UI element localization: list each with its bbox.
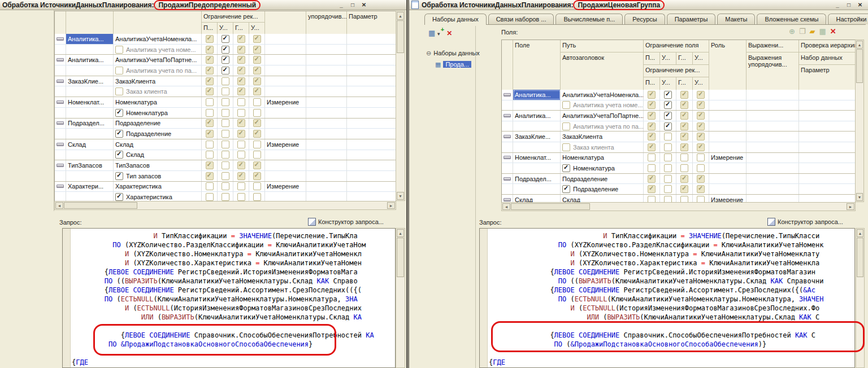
- check-cell[interactable]: [249, 119, 265, 129]
- tab-6[interactable]: Макеты: [717, 14, 755, 24]
- checkbox-unchecked[interactable]: [253, 109, 261, 117]
- check-cell[interactable]: [233, 108, 249, 118]
- checkbox-unchecked[interactable]: [680, 196, 688, 202]
- check-cell[interactable]: [249, 192, 265, 201]
- path-cell[interactable]: Номенклатура: [561, 153, 644, 163]
- check-cell[interactable]: [218, 192, 233, 201]
- field-cell[interactable]: Аналитика...: [66, 55, 114, 65]
- check-cell[interactable]: [233, 97, 249, 107]
- checkbox-checked-disabled[interactable]: [253, 87, 261, 95]
- checkbox-checked-disabled[interactable]: [206, 172, 214, 180]
- check-cell[interactable]: [693, 121, 709, 132]
- checkbox-unchecked[interactable]: [206, 193, 214, 201]
- path-cell[interactable]: ЗаказКлиента: [561, 132, 644, 142]
- checkbox-checked-disabled[interactable]: [237, 161, 245, 169]
- table-row[interactable]: СкладСкладИзмерение: [502, 195, 856, 202]
- add-folder-icon[interactable]: ▰: [810, 28, 815, 36]
- row-grip-icon[interactable]: [57, 80, 64, 83]
- row-grip-cell[interactable]: [502, 132, 513, 142]
- delete-field-icon[interactable]: ✕: [830, 28, 836, 36]
- right-query-editor[interactable]: И ТипКлассификации = ЗНАЧЕНИЕ(Перечислен…: [479, 228, 855, 368]
- checkbox-checked-disabled[interactable]: [253, 35, 261, 43]
- checkbox-checked[interactable]: [115, 109, 123, 117]
- checkbox-unchecked[interactable]: [253, 182, 261, 190]
- scroll-thumb[interactable]: [397, 20, 404, 53]
- check-cell[interactable]: [660, 184, 676, 194]
- autotitle-cell[interactable]: Номенклатура: [114, 108, 202, 118]
- checkbox-checked-disabled[interactable]: [206, 130, 214, 138]
- checkbox-unchecked[interactable]: [648, 196, 656, 202]
- row-grip-cell[interactable]: [55, 34, 66, 44]
- check-cell[interactable]: [233, 34, 249, 44]
- check-cell[interactable]: [644, 142, 660, 152]
- path-cell[interactable]: Подразделение: [561, 174, 644, 184]
- right-title-bar[interactable]: Обработка ИсточникиДанныхПланирования: П…: [409, 0, 868, 10]
- checkbox-unchecked[interactable]: [697, 164, 705, 172]
- row-grip-cell[interactable]: [502, 174, 513, 184]
- checkbox-unchecked[interactable]: [697, 154, 705, 161]
- check-cell[interactable]: [693, 100, 709, 111]
- row-grip-icon[interactable]: [57, 164, 64, 167]
- maximize-button[interactable]: □: [844, 1, 853, 8]
- table-row[interactable]: Аналитика...АналитикаУчетаПоПартне...: [55, 55, 396, 65]
- checkbox-unchecked[interactable]: [664, 175, 672, 183]
- checkbox-unchecked[interactable]: [664, 196, 672, 202]
- checkbox-checked-disabled[interactable]: [648, 143, 656, 151]
- check-cell[interactable]: [218, 86, 233, 97]
- checkbox-unchecked[interactable]: [253, 193, 261, 201]
- check-cell[interactable]: [249, 150, 265, 160]
- checkbox-unchecked[interactable]: [680, 164, 688, 172]
- checkbox-unchecked[interactable]: [237, 193, 245, 201]
- table-subrow[interactable]: Подразделение: [55, 129, 396, 139]
- checkbox-unchecked[interactable]: [115, 46, 123, 54]
- table-subrow[interactable]: Заказ клиента: [502, 142, 856, 153]
- copy-field-icon[interactable]: ❐: [799, 28, 806, 36]
- check-cell[interactable]: [218, 139, 233, 150]
- check-cell[interactable]: [693, 184, 709, 194]
- checkbox-unchecked[interactable]: [222, 141, 229, 148]
- scroll-down-icon[interactable]: ▼: [856, 193, 863, 201]
- checkbox-checked-disabled[interactable]: [697, 175, 705, 183]
- table-subrow[interactable]: Заказ клиента: [55, 86, 396, 97]
- autotitle-cell[interactable]: Тип запасов: [114, 171, 202, 181]
- checkbox-checked-disabled[interactable]: [253, 130, 261, 138]
- check-cell[interactable]: [249, 97, 265, 107]
- checkbox-checked-disabled[interactable]: [253, 46, 261, 54]
- tree-node-dataset-item[interactable]: ▦ Прода...: [435, 59, 480, 70]
- left-query-editor[interactable]: И ТипКлассификации = ЗНАЧЕНИЕ(Перечислен…: [62, 228, 396, 368]
- check-cell[interactable]: [202, 119, 218, 129]
- field-cell[interactable]: Характери...: [66, 182, 114, 192]
- row-grip-icon[interactable]: [57, 143, 64, 146]
- checkbox-checked-disabled[interactable]: [697, 91, 705, 99]
- checkbox-checked-disabled[interactable]: [253, 77, 261, 85]
- check-cell[interactable]: [249, 65, 265, 76]
- check-cell[interactable]: [233, 150, 249, 160]
- check-cell[interactable]: [218, 119, 233, 129]
- checkbox-unchecked[interactable]: [222, 77, 229, 85]
- check-cell[interactable]: [202, 192, 218, 201]
- check-cell[interactable]: [644, 184, 660, 194]
- checkbox-unchecked[interactable]: [115, 67, 123, 75]
- checkbox-checked-disabled[interactable]: [680, 122, 688, 130]
- row-grip-icon[interactable]: [504, 156, 511, 159]
- left-table-vscrollbar[interactable]: ▲ ▼: [396, 11, 405, 201]
- check-cell[interactable]: [249, 34, 265, 44]
- check-cell[interactable]: [202, 160, 218, 170]
- table-row[interactable]: Подраздел...Подразделение: [502, 174, 856, 185]
- row-grip-cell[interactable]: [502, 90, 513, 100]
- check-cell[interactable]: [218, 97, 233, 107]
- check-cell[interactable]: [676, 111, 693, 121]
- maximize-button[interactable]: □: [348, 1, 357, 8]
- check-cell[interactable]: [676, 132, 693, 142]
- checkbox-checked-disabled[interactable]: [680, 175, 688, 183]
- check-cell[interactable]: [660, 90, 676, 100]
- check-cell[interactable]: [644, 121, 660, 132]
- table-row[interactable]: Аналитика...АналитикаУчетаНоменкла...: [502, 90, 856, 100]
- check-cell[interactable]: [233, 76, 249, 86]
- row-grip-cell[interactable]: [55, 182, 66, 192]
- collapse-icon[interactable]: ⊖: [426, 50, 431, 57]
- table-subrow[interactable]: Подразделение: [502, 184, 856, 195]
- right-query-code[interactable]: И ТипКлассификации = ЗНАЧЕНИЕ(Перечислен…: [489, 231, 854, 367]
- checkbox-checked-disabled[interactable]: [253, 119, 261, 127]
- check-cell[interactable]: [233, 55, 249, 65]
